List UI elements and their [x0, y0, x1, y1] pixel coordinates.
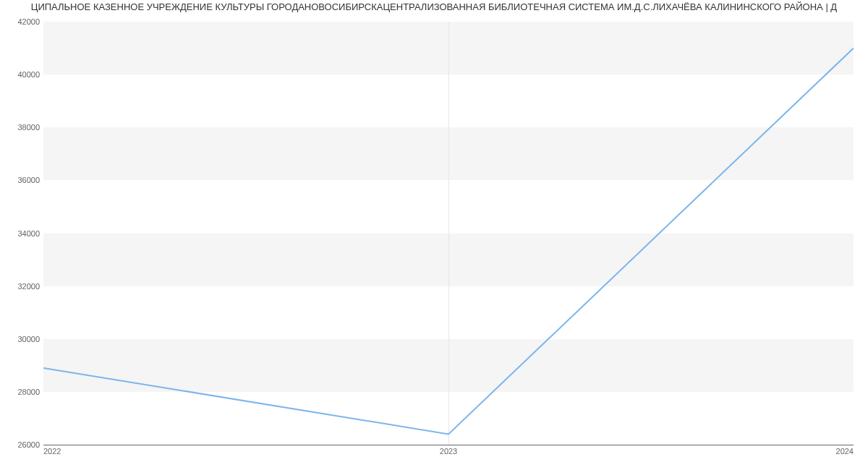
y-tick-label: 42000	[4, 17, 40, 26]
y-tick-label: 32000	[4, 282, 40, 291]
y-tick-label: 40000	[4, 70, 40, 79]
x-tick-label: 2024	[836, 447, 854, 456]
chart-title: ЦИПАЛЬНОЕ КАЗЕННОЕ УЧРЕЖДЕНИЕ КУЛЬТУРЫ Г…	[0, 1, 868, 12]
line-series	[43, 22, 854, 445]
y-tick-label: 28000	[4, 388, 40, 396]
y-tick-label: 26000	[4, 440, 40, 449]
x-tick-label: 2023	[440, 447, 457, 456]
y-tick-label: 34000	[4, 229, 40, 238]
plot-area	[43, 22, 854, 445]
x-tick-label: 2022	[43, 447, 61, 456]
y-tick-label: 36000	[4, 176, 40, 184]
y-tick-label: 38000	[4, 123, 40, 132]
y-tick-label: 30000	[4, 335, 40, 343]
